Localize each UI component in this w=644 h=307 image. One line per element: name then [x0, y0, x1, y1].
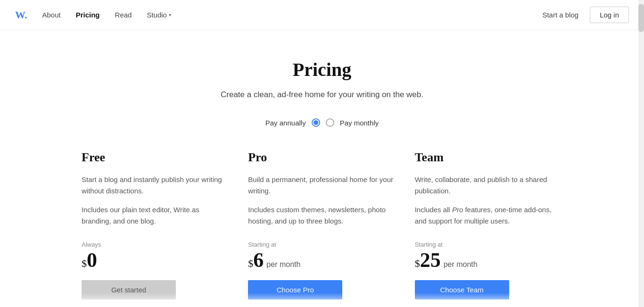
nav-item-about[interactable]: About	[42, 11, 60, 19]
cta-button-free[interactable]: Get started	[82, 280, 176, 299]
nav-link-studio[interactable]: Studio ▾	[147, 11, 171, 19]
plan-desc2-free: Includes our plain text editor, Write.as…	[82, 204, 229, 227]
billing-monthly-label: Pay monthly	[340, 119, 379, 127]
radio-monthly[interactable]	[326, 118, 334, 127]
nav-right: Start a blog Log in	[542, 7, 629, 23]
page-title: Pricing	[82, 58, 562, 81]
cta-button-team[interactable]: Choose Team	[415, 280, 509, 299]
plan-desc1-free: Start a blog and instantly publish your …	[82, 174, 229, 197]
price-period-team: per month	[444, 260, 478, 269]
price-label-free: Always	[82, 241, 229, 248]
price-period-pro: per month	[266, 260, 300, 269]
radio-annually[interactable]	[312, 118, 320, 127]
pricing-grid: Free Start a blog and instantly publish …	[82, 150, 562, 299]
nav-links: About Pricing Read Studio ▾	[42, 11, 171, 19]
plan-desc1-team: Write, collaborate, and publish to a sha…	[415, 174, 562, 197]
billing-monthly-radio-group[interactable]	[326, 118, 334, 127]
billing-annually-radio-group[interactable]	[312, 118, 320, 127]
billing-annually-label: Pay annually	[265, 119, 306, 127]
price-dollar-team: $	[415, 257, 420, 270]
price-amount-free: 0	[87, 250, 97, 271]
billing-toggle: Pay annually Pay monthly	[82, 118, 562, 127]
price-dollar-free: $	[82, 257, 87, 270]
page-subtitle: Create a clean, ad-free home for your wr…	[82, 90, 562, 100]
price-dollar-pro: $	[248, 257, 253, 270]
nav-link-read[interactable]: Read	[115, 11, 132, 19]
scrollbar[interactable]	[638, 0, 644, 307]
plan-card-pro: Pro Build a permanent, professional home…	[248, 150, 396, 299]
nav-item-studio[interactable]: Studio ▾	[147, 11, 171, 19]
navbar: W. About Pricing Read Studio ▾ Start a b…	[0, 0, 644, 30]
chevron-down-icon: ▾	[169, 12, 171, 17]
main-content: Pricing Create a clean, ad-free home for…	[63, 30, 581, 307]
plan-desc2-team: Includes all Pro features, one-time add-…	[415, 204, 562, 227]
price-display-free: $ 0	[82, 250, 229, 271]
price-amount-pro: 6	[253, 250, 264, 271]
start-blog-link[interactable]: Start a blog	[542, 11, 578, 19]
logo[interactable]: W.	[15, 9, 27, 21]
price-amount-team: 25	[420, 250, 441, 271]
nav-link-pricing[interactable]: Pricing	[76, 11, 100, 19]
plan-name-free: Free	[82, 150, 229, 165]
scrollbar-thumb[interactable]	[638, 4, 644, 32]
price-label-team: Starting at	[415, 241, 562, 248]
logo-text: W.	[15, 9, 27, 21]
price-display-team: $ 25 per month	[415, 250, 562, 271]
price-display-pro: $ 6 per month	[248, 250, 396, 271]
plan-card-team: Team Write, collaborate, and publish to …	[415, 150, 562, 299]
price-label-pro: Starting at	[248, 241, 396, 248]
nav-item-pricing[interactable]: Pricing	[76, 11, 100, 19]
plan-card-free: Free Start a blog and instantly publish …	[82, 150, 229, 299]
plan-name-pro: Pro	[248, 150, 396, 165]
plan-desc2-pro: Includes custom themes, newsletters, pho…	[248, 204, 396, 227]
plan-desc1-pro: Build a permanent, professional home for…	[248, 174, 396, 197]
cta-button-pro[interactable]: Choose Pro	[248, 280, 342, 299]
login-button[interactable]: Log in	[590, 7, 629, 23]
nav-link-about[interactable]: About	[42, 11, 60, 19]
plan-name-team: Team	[415, 150, 562, 165]
nav-item-read[interactable]: Read	[115, 11, 132, 19]
